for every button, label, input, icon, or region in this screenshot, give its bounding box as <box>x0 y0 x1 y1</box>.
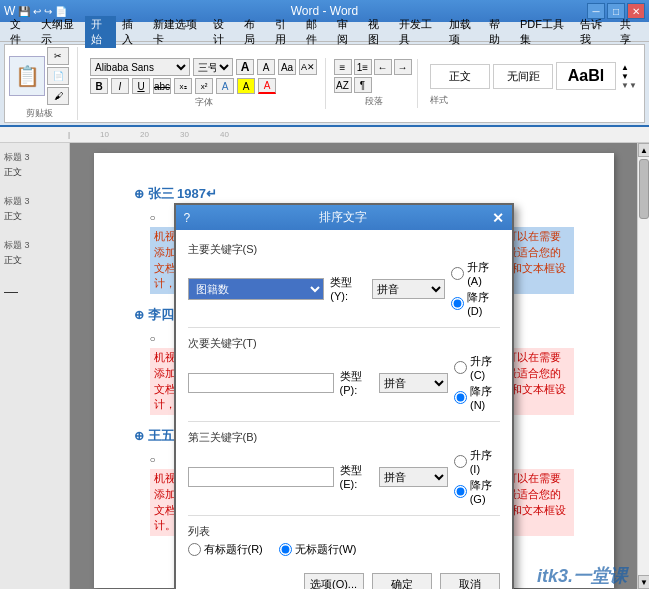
secondary-asc-radio[interactable]: 升序(C) <box>454 354 499 381</box>
section-heading-1: ⊕ 张三 1987↵ <box>134 185 574 203</box>
clear-format-button[interactable]: A✕ <box>299 59 317 75</box>
options-button[interactable]: 选项(O)... <box>304 573 364 589</box>
secondary-desc-label: 降序(N) <box>470 384 499 411</box>
menu-addins[interactable]: 加载项 <box>443 16 484 48</box>
font-color-button[interactable]: A <box>258 78 276 94</box>
expand-icon-1[interactable]: ⊕ <box>134 187 144 201</box>
separator-1 <box>188 327 500 328</box>
superscript-button[interactable]: x² <box>195 78 213 94</box>
bold-button[interactable]: B <box>90 78 108 94</box>
menu-design[interactable]: 设计 <box>207 16 238 48</box>
primary-desc-radio[interactable]: 降序(D) <box>451 290 499 317</box>
font-name-select[interactable]: Alibaba Sans <box>90 58 190 76</box>
styles-scroll[interactable]: ▲ ▼ ▼▼ <box>619 61 639 92</box>
doc-container: 标题 3 正文 标题 3 正文 标题 3 正文 — ⊕ 张三 1987↵ ○ 机… <box>0 143 649 589</box>
ribbon-content: 📋 ✂ 📄 🖌 剪贴板 Alibaba Sans 三号 <box>4 44 645 123</box>
menu-newtab[interactable]: 新建选项卡 <box>147 16 207 48</box>
menu-review[interactable]: 审阅 <box>331 16 362 48</box>
primary-asc-radio[interactable]: 升序(A) <box>451 260 499 287</box>
list-header-radio[interactable]: 有标题行(R) <box>188 542 263 557</box>
text-highlight-button[interactable]: A <box>237 78 255 94</box>
primary-key-select[interactable]: 图籍数 <box>188 278 325 300</box>
format-painter-button[interactable]: 🖌 <box>47 87 69 105</box>
font-size-select[interactable]: 三号 <box>193 58 233 76</box>
indent-inc-button[interactable]: → <box>394 59 412 75</box>
menu-file[interactable]: 文件 <box>4 16 35 48</box>
list-header-input[interactable] <box>188 543 201 556</box>
scroll-thumb[interactable] <box>639 159 649 219</box>
font-shrink-button[interactable]: A <box>257 59 275 75</box>
indent-dec-button[interactable]: ← <box>374 59 392 75</box>
menu-dev[interactable]: 开发工具 <box>393 16 443 48</box>
strikethrough-button[interactable]: abc <box>153 78 171 94</box>
show-marks-button[interactable]: ¶ <box>354 77 372 93</box>
heading-text-1: 张三 1987↵ <box>148 185 218 203</box>
menu-outline[interactable]: 大纲显示 <box>35 16 85 48</box>
secondary-key-input[interactable] <box>188 373 334 393</box>
scrollbar[interactable]: ▲ ▼ <box>637 143 649 589</box>
menu-references[interactable]: 引用 <box>269 16 300 48</box>
ok-button[interactable]: 确定 <box>372 573 432 589</box>
third-asc-input[interactable] <box>454 455 467 468</box>
dialog-question-btn[interactable]: ? <box>184 211 191 225</box>
paste-button[interactable]: 📋 <box>9 56 45 96</box>
ribbon-group-paragraph: ≡ 1≡ ← → AZ ¶ 段落 <box>338 59 418 108</box>
ribbon-group-styles: 正文 无间距 AaBl ▲ ▼ ▼▼ 样式 <box>430 61 639 107</box>
primary-asc-input[interactable] <box>451 267 464 280</box>
ribbon: 📋 ✂ 📄 🖌 剪贴板 Alibaba Sans 三号 <box>0 42 649 127</box>
style-normal[interactable]: 正文 <box>430 64 490 89</box>
menu-share[interactable]: 共享 <box>614 16 645 48</box>
italic-button[interactable]: I <box>111 78 129 94</box>
primary-desc-input[interactable] <box>451 297 464 310</box>
style-heading1[interactable]: AaBl <box>556 62 616 90</box>
doc-page[interactable]: ⊕ 张三 1987↵ ○ 机视提供了功能强大的方法帮助您证明您的观点。当您单击联… <box>94 153 614 588</box>
list-header-label: 有标题行(R) <box>204 542 263 557</box>
third-asc-label: 升序(I) <box>470 448 500 475</box>
secondary-key-row: 类型(P): 拼音 升序(C) <box>188 354 500 411</box>
menu-mailings[interactable]: 邮件 <box>300 16 331 48</box>
scroll-up[interactable]: ▲ <box>638 143 649 157</box>
copy-button[interactable]: 📄 <box>47 67 69 85</box>
separator-3 <box>188 515 500 516</box>
third-key-input[interactable] <box>188 467 334 487</box>
secondary-asc-input[interactable] <box>454 361 467 374</box>
secondary-type-select[interactable]: 拼音 <box>379 373 448 393</box>
sidebar-label-1b: 正文 <box>4 166 65 179</box>
secondary-desc-radio[interactable]: 降序(N) <box>454 384 499 411</box>
bullets-button[interactable]: ≡ <box>334 59 352 75</box>
cancel-button[interactable]: 取消 <box>440 573 500 589</box>
list-noheader-input[interactable] <box>279 543 292 556</box>
menu-home[interactable]: 开始 <box>85 16 116 48</box>
numbering-button[interactable]: 1≡ <box>354 59 372 75</box>
style-nospace[interactable]: 无间距 <box>493 64 553 89</box>
list-noheader-radio[interactable]: 无标题行(W) <box>279 542 357 557</box>
cut-button[interactable]: ✂ <box>47 47 69 65</box>
menu-layout[interactable]: 布局 <box>238 16 269 48</box>
primary-type-select[interactable]: 拼音 <box>372 279 445 299</box>
expand-icon-3[interactable]: ⊕ <box>134 429 144 443</box>
cursor-mark: — <box>4 283 65 299</box>
third-desc-input[interactable] <box>454 485 467 498</box>
underline-button[interactable]: U <box>132 78 150 94</box>
expand-icon-2[interactable]: ⊕ <box>134 308 144 322</box>
font-case-button[interactable]: Aa <box>278 59 296 75</box>
font-grow-button[interactable]: A <box>236 59 254 75</box>
menu-insert[interactable]: 插入 <box>116 16 147 48</box>
sidebar-label-3b: 正文 <box>4 254 65 267</box>
subscript-button[interactable]: x₂ <box>174 78 192 94</box>
menu-view[interactable]: 视图 <box>362 16 393 48</box>
paragraph-label: 段落 <box>365 95 383 108</box>
font-label: 字体 <box>195 96 213 109</box>
styles-area: 正文 无间距 AaBl ▲ ▼ ▼▼ <box>430 61 639 92</box>
third-type-select[interactable]: 拼音 <box>379 467 447 487</box>
sort-button[interactable]: AZ <box>334 77 352 93</box>
menu-pdf[interactable]: PDF工具集 <box>514 16 574 48</box>
third-asc-radio[interactable]: 升序(I) <box>454 448 500 475</box>
dialog-close-btn[interactable]: ✕ <box>492 210 504 226</box>
secondary-desc-input[interactable] <box>454 391 467 404</box>
menu-help[interactable]: 帮助 <box>483 16 514 48</box>
text-effects-button[interactable]: A <box>216 78 234 94</box>
scroll-down[interactable]: ▼ <box>638 575 649 589</box>
third-desc-radio[interactable]: 降序(G) <box>454 478 500 505</box>
menu-tell[interactable]: 告诉我 <box>574 16 615 48</box>
